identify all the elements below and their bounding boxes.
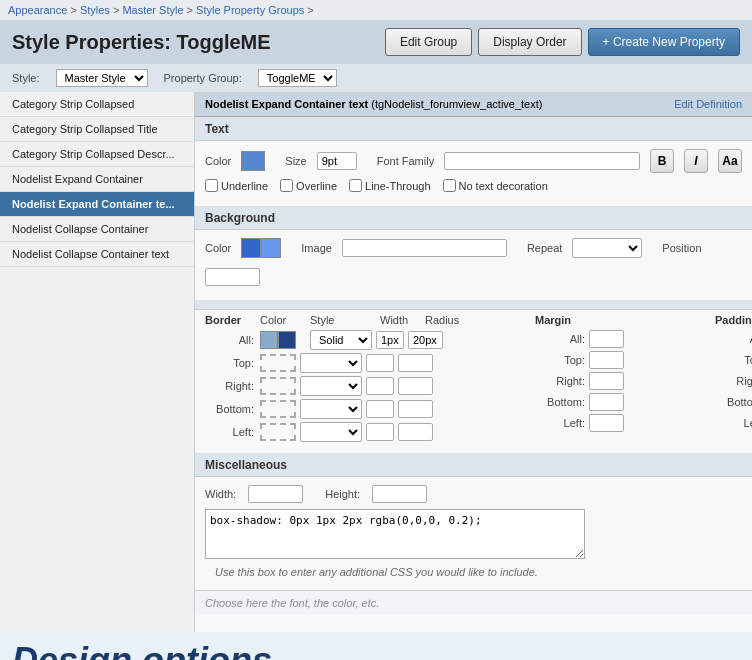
- no-decoration-checkbox[interactable]: [443, 179, 456, 192]
- bg-position-input[interactable]: [205, 268, 260, 286]
- border-top-radius-input[interactable]: [398, 354, 433, 372]
- bg-image-input[interactable]: [342, 239, 507, 257]
- main-layout: Category Strip Collapsed Category Strip …: [0, 92, 752, 632]
- content-panel: Nodelist Expand Container text (tgNodeli…: [195, 92, 752, 632]
- font-size-input[interactable]: [317, 152, 357, 170]
- margin-header: Margin: [535, 314, 705, 326]
- breadcrumb-property-groups[interactable]: Style Property Groups: [196, 4, 304, 16]
- breadcrumb-styles[interactable]: Styles: [80, 4, 110, 16]
- border-style-col-header: Style: [310, 314, 380, 326]
- border-bottom-radius-input[interactable]: [398, 400, 433, 418]
- padding-header: Padding: [715, 314, 752, 326]
- bg-position-label: Position: [662, 242, 701, 254]
- font-family-input[interactable]: [444, 152, 640, 170]
- misc-hint: Use this box to enter any additional CSS…: [205, 562, 742, 582]
- header-buttons: Edit Group Display Order + Create New Pr…: [385, 28, 740, 56]
- border-left-radius-input[interactable]: [398, 423, 433, 441]
- border-right-style-select[interactable]: [300, 376, 362, 396]
- line-through-checkbox[interactable]: [349, 179, 362, 192]
- border-all-color-left[interactable]: [260, 331, 278, 349]
- underline-checkbox[interactable]: [205, 179, 218, 192]
- border-top-color[interactable]: [260, 354, 296, 372]
- style-label: Style:: [12, 72, 40, 84]
- edit-definition-link[interactable]: Edit Definition: [674, 98, 742, 110]
- border-bottom-width-input[interactable]: [366, 400, 394, 418]
- italic-button[interactable]: I: [684, 149, 708, 173]
- border-left-color[interactable]: [260, 423, 296, 441]
- background-form-area: Color Image Repeat no-repeat repeat repe…: [195, 230, 752, 300]
- sidebar-item-category-strip-collapsed-title[interactable]: Category Strip Collapsed Title: [0, 117, 194, 142]
- bg-color-swatch-left[interactable]: [241, 238, 261, 258]
- overline-checkbox-label[interactable]: Overline: [280, 179, 337, 192]
- sidebar-item-nodelist-expand-container-text[interactable]: Nodelist Expand Container te...: [0, 192, 194, 217]
- text-color-swatch[interactable]: [241, 151, 265, 171]
- bold-button[interactable]: B: [650, 149, 674, 173]
- overline-checkbox[interactable]: [280, 179, 293, 192]
- sidebar-item-nodelist-expand-container[interactable]: Nodelist Expand Container: [0, 167, 194, 192]
- bg-color-swatch-double[interactable]: [241, 238, 281, 258]
- bg-color-label: Color: [205, 242, 231, 254]
- border-top-style-select[interactable]: [300, 353, 362, 373]
- border-all-style-select[interactable]: Solid Dashed Dotted None: [310, 330, 372, 350]
- no-decoration-checkbox-label[interactable]: No text decoration: [443, 179, 548, 192]
- font-family-label: Font Family: [377, 155, 434, 167]
- page-header: Style Properties: ToggleME Edit Group Di…: [0, 20, 752, 64]
- border-top-label: Top:: [205, 357, 260, 369]
- border-width-col-header: Width: [380, 314, 425, 326]
- border-right-radius-input[interactable]: [398, 377, 433, 395]
- design-options-banner: Design options: [0, 632, 752, 660]
- border-bottom-style-select[interactable]: [300, 399, 362, 419]
- breadcrumb-master-style[interactable]: Master Style: [122, 4, 183, 16]
- misc-section-header: Miscellaneous: [195, 453, 752, 477]
- underline-checkbox-label[interactable]: Underline: [205, 179, 268, 192]
- size-label: Size: [285, 155, 306, 167]
- breadcrumb: Appearance > Styles > Master Style > Sty…: [0, 0, 752, 20]
- text-form-area: Color Size Font Family B I Aa Underline …: [195, 141, 752, 206]
- margin-section: Margin All: Top: Right: Bottom:: [525, 314, 705, 445]
- line-through-checkbox-label[interactable]: Line-Through: [349, 179, 430, 192]
- border-section: Border Color Style Width Radius All:: [205, 314, 525, 445]
- style-select[interactable]: Master Style: [56, 69, 148, 87]
- panel-header: Nodelist Expand Container text (tgNodeli…: [195, 92, 752, 117]
- panel-title: Nodelist Expand Container text (tgNodeli…: [205, 98, 542, 110]
- margin-top-input[interactable]: [589, 351, 624, 369]
- border-right-width-input[interactable]: [366, 377, 394, 395]
- misc-width-label: Width:: [205, 488, 236, 500]
- border-left-width-input[interactable]: [366, 423, 394, 441]
- border-top-width-input[interactable]: [366, 354, 394, 372]
- sidebar-item-category-strip-collapsed-descr[interactable]: Category Strip Collapsed Descr...: [0, 142, 194, 167]
- color-label: Color: [205, 155, 231, 167]
- margin-all-input[interactable]: [589, 330, 624, 348]
- border-radius-col-header: Radius: [425, 314, 470, 326]
- aa-button[interactable]: Aa: [718, 149, 742, 173]
- margin-bottom-input[interactable]: [589, 393, 624, 411]
- misc-width-input[interactable]: [248, 485, 303, 503]
- border-left-label: Left:: [205, 426, 260, 438]
- margin-left-input[interactable]: [589, 414, 624, 432]
- sidebar-item-category-strip-collapsed[interactable]: Category Strip Collapsed: [0, 92, 194, 117]
- margin-right-input[interactable]: [589, 372, 624, 390]
- display-order-button[interactable]: Display Order: [478, 28, 581, 56]
- sidebar-item-nodelist-collapse-container-text[interactable]: Nodelist Collapse Container text: [0, 242, 194, 267]
- border-all-width-input[interactable]: [376, 331, 404, 349]
- breadcrumb-appearance[interactable]: Appearance: [8, 4, 67, 16]
- property-group-label: Property Group:: [164, 72, 242, 84]
- border-right-color[interactable]: [260, 377, 296, 395]
- misc-height-input[interactable]: [372, 485, 427, 503]
- border-bottom-color[interactable]: [260, 400, 296, 418]
- border-all-radius-input[interactable]: [408, 331, 443, 349]
- bg-color-swatch-right[interactable]: [261, 238, 281, 258]
- bg-repeat-select[interactable]: no-repeat repeat repeat-x repeat-y: [572, 238, 642, 258]
- misc-css-textarea[interactable]: box-shadow: 0px 1px 2px rgba(0,0,0, 0.2)…: [205, 509, 585, 559]
- border-section-header: [195, 300, 752, 310]
- misc-height-label: Height:: [325, 488, 360, 500]
- misc-form-area: Width: Height: box-shadow: 0px 1px 2px r…: [195, 477, 752, 590]
- create-new-property-button[interactable]: + Create New Property: [588, 28, 740, 56]
- border-left-style-select[interactable]: [300, 422, 362, 442]
- property-group-select[interactable]: ToggleME: [258, 69, 337, 87]
- border-all-label: All:: [205, 334, 260, 346]
- edit-group-button[interactable]: Edit Group: [385, 28, 472, 56]
- border-all-color-right[interactable]: [278, 331, 296, 349]
- sidebar-item-nodelist-collapse-container[interactable]: Nodelist Collapse Container: [0, 217, 194, 242]
- font-chooser-bar[interactable]: Choose here the font, the color, etc.: [195, 590, 752, 615]
